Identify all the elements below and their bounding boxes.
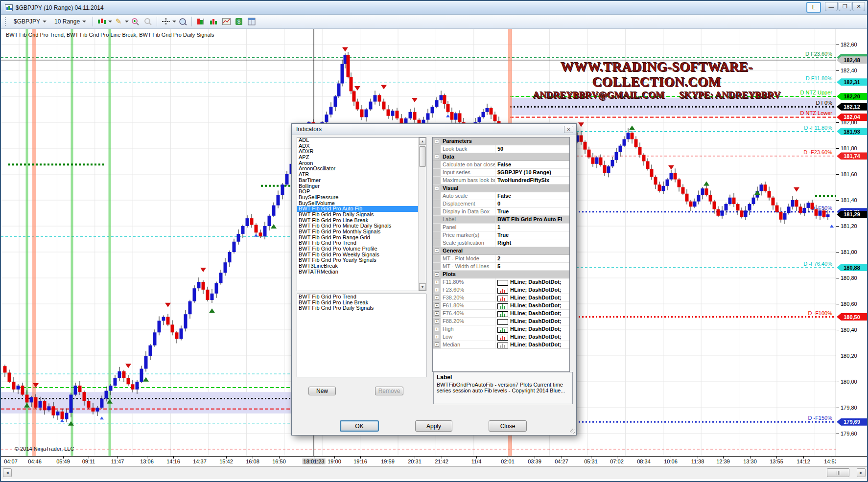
property-row[interactable]: +MedianHLine; DashDotDot; <box>433 341 569 349</box>
property-row[interactable]: +F88.20%HLine; DashDotDot; <box>433 318 569 325</box>
property-row[interactable]: Auto scaleFalse <box>433 192 569 200</box>
configured-indicator-item[interactable]: BWT Fib Grid Pro Daily Signals <box>297 305 426 311</box>
property-value[interactable]: BWT Fib Grid Pro Auto Fi <box>495 216 569 223</box>
data-box-button[interactable] <box>176 16 189 27</box>
volume-button[interactable] <box>207 16 220 27</box>
indicator-list-item[interactable]: BuySellPressure <box>297 195 426 201</box>
property-row[interactable]: +F76.40%HLine; DashDotDot; <box>433 310 569 318</box>
scroll-right-arrow[interactable]: ► <box>857 468 866 477</box>
property-row[interactable]: +LowHLine; DashDotDot; <box>433 333 569 341</box>
close-dialog-button[interactable]: Close <box>489 420 527 432</box>
resize-grip[interactable] <box>570 429 575 434</box>
scroll-left-arrow[interactable]: ◄ <box>3 468 12 477</box>
property-row[interactable]: Display in Data BoxTrue <box>433 208 569 216</box>
property-grid[interactable]: −ParametersLook back50−DataCalculate on … <box>432 137 570 372</box>
property-value[interactable]: True <box>495 231 569 239</box>
close-button[interactable]: ✕ <box>852 2 865 11</box>
crosshair-button[interactable] <box>160 16 172 27</box>
configured-indicator-item[interactable]: BWT Fib Grid Pro Trend <box>297 294 426 300</box>
indicator-list-item[interactable]: BWT Fib Grid Pro Daily Signals <box>297 212 426 218</box>
snapshot-button[interactable] <box>220 16 233 27</box>
bars-panel-button[interactable] <box>194 16 207 27</box>
property-row[interactable]: MT - Plot Mode2 <box>433 255 569 263</box>
property-row[interactable]: +HighHLine; DashDotDot; <box>433 325 569 333</box>
property-row[interactable]: +F11.80%HLine; DashDotDot; <box>433 278 569 286</box>
scroll-up-icon[interactable]: ▲ <box>419 138 426 145</box>
property-section-header[interactable]: −Parameters <box>433 138 569 145</box>
property-value[interactable]: False <box>495 192 569 200</box>
indicator-list-item[interactable]: ADL <box>297 138 426 143</box>
indicators-panel-button[interactable] <box>245 16 258 27</box>
plot-style-value[interactable]: HLine; DashDotDot; <box>495 278 569 286</box>
expand-icon[interactable]: + <box>433 286 441 294</box>
indicator-list-item[interactable]: Bollinger <box>297 184 426 189</box>
property-row[interactable]: +F38.20%HLine; DashDotDot; <box>433 294 569 302</box>
property-value[interactable]: 50 <box>495 145 569 153</box>
indicator-list-item[interactable]: ADXR <box>297 149 426 155</box>
property-row[interactable]: Look back50 <box>433 145 569 153</box>
title-bar[interactable]: $GBPJPY (10 Range) 04.11.2014 L — ❐ ✕ <box>1 1 867 15</box>
property-value[interactable]: 0 <box>495 200 569 207</box>
property-row[interactable]: Maximum bars look baTwoHundredFiftySix <box>433 177 569 184</box>
property-row[interactable]: Calculate on bar closeFalse <box>433 161 569 169</box>
expand-icon[interactable]: + <box>433 294 441 301</box>
property-value[interactable]: Right <box>495 239 569 247</box>
toolbar-grip[interactable] <box>5 17 7 26</box>
available-indicators-list[interactable]: ▲ ▼ ADLADXADXRAPZAroonAroonOscillatorATR… <box>297 137 426 291</box>
list-scrollbar-thumb[interactable] <box>419 146 426 167</box>
plot-style-value[interactable]: HLine; DashDotDot; <box>495 341 569 348</box>
property-row[interactable]: Input series$GBPJPY (10 Range) <box>433 169 569 177</box>
plot-style-value[interactable]: HLine; DashDotDot; <box>495 294 569 301</box>
expand-icon[interactable]: + <box>433 333 441 341</box>
property-section-header[interactable]: −Visual <box>433 184 569 192</box>
plot-style-value[interactable]: HLine; DashDotDot; <box>495 310 569 317</box>
remove-button[interactable]: Remove <box>375 387 403 395</box>
expand-icon[interactable]: + <box>433 310 441 317</box>
configured-indicators-list[interactable]: BWT Fib Grid Pro TrendBWT Fib Grid Pro L… <box>297 294 426 377</box>
indicator-list-item[interactable]: BWT Fib Grid Pro Monthly Signals <box>297 229 426 235</box>
apply-button[interactable]: Apply <box>415 420 452 432</box>
expand-icon[interactable]: + <box>433 341 441 348</box>
dialog-close-icon[interactable]: ✕ <box>564 126 573 133</box>
property-row[interactable]: +F23.60%HLine; DashDotDot; <box>433 286 569 294</box>
property-value[interactable]: $GBPJPY (10 Range) <box>495 169 569 176</box>
property-value[interactable]: 1 <box>495 224 569 231</box>
horizontal-scrollbar[interactable]: ◄ ► <box>1 466 868 479</box>
collapse-icon[interactable]: − <box>433 184 441 192</box>
property-row[interactable]: LabelBWT Fib Grid Pro Auto Fi <box>433 216 569 224</box>
chevron-down-icon[interactable] <box>172 21 176 23</box>
plot-style-value[interactable]: HLine; DashDotDot; <box>495 286 569 294</box>
instrument-dropdown[interactable]: $GBPJPY <box>10 16 50 27</box>
zoom-out-button[interactable] <box>141 16 154 27</box>
link-button[interactable]: L <box>806 2 821 13</box>
chart-style-button[interactable] <box>95 16 108 27</box>
property-section-header[interactable]: −General <box>433 247 569 255</box>
property-row[interactable]: Panel1 <box>433 224 569 231</box>
scrollbar-thumb[interactable] <box>827 468 849 477</box>
dialog-title-bar[interactable]: Indicators ✕ <box>292 124 576 135</box>
chevron-down-icon[interactable] <box>108 21 112 23</box>
time-axis[interactable]: 04:0704:4605:4909:1111:4713:0614:1614:37… <box>1 456 836 466</box>
property-value[interactable]: True <box>495 208 569 215</box>
dollar-button[interactable]: $ <box>233 16 245 27</box>
property-section-header[interactable]: −Data <box>433 153 569 161</box>
property-row[interactable]: +F61.80%HLine; DashDotDot; <box>433 302 569 310</box>
property-row[interactable]: Scale justificationRight <box>433 239 569 247</box>
expand-icon[interactable]: + <box>433 318 441 325</box>
restore-button[interactable]: ❐ <box>839 2 851 11</box>
plot-style-value[interactable]: HLine; DashDotDot; <box>495 302 569 309</box>
minimize-button[interactable]: — <box>825 2 838 11</box>
price-axis[interactable]: 182,60182,40182,00181,80181,60181,40181,… <box>836 29 868 456</box>
collapse-icon[interactable]: − <box>433 138 441 145</box>
scroll-down-icon[interactable]: ▼ <box>419 283 426 291</box>
list-scrollbar[interactable]: ▲ ▼ <box>418 138 426 291</box>
expand-icon[interactable]: + <box>433 302 441 309</box>
property-row[interactable]: Displacement0 <box>433 200 569 208</box>
ok-button[interactable]: OK <box>340 420 379 432</box>
property-value[interactable]: 5 <box>495 263 569 270</box>
indicator-list-item[interactable]: ADX <box>297 143 426 149</box>
collapse-icon[interactable]: − <box>433 271 441 278</box>
chevron-down-icon[interactable] <box>125 21 129 23</box>
property-value[interactable]: 2 <box>495 255 569 262</box>
plot-style-value[interactable]: HLine; DashDotDot; <box>495 333 569 341</box>
